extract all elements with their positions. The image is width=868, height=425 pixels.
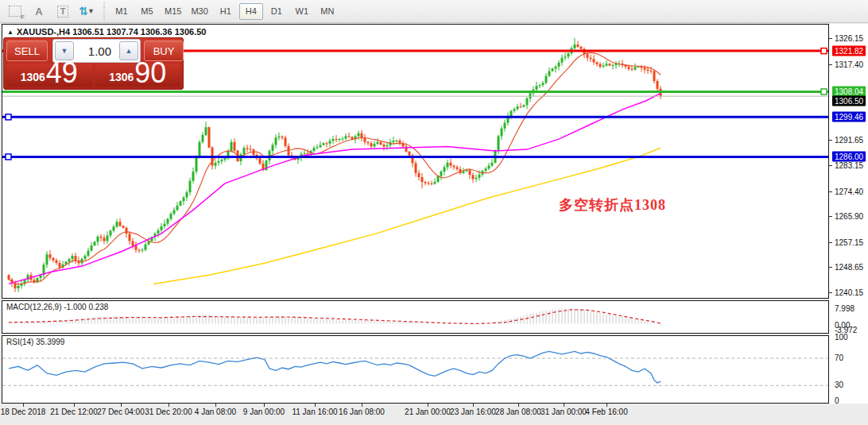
toolbar-separator (102, 2, 106, 20)
timeframe-button-h1[interactable]: H1 (214, 3, 238, 20)
price-tick-mark (829, 267, 832, 268)
timeframe-button-m30[interactable]: M30 (187, 3, 211, 20)
time-tick-mark (473, 404, 474, 407)
chevron-down-icon: ▼ (87, 7, 95, 15)
price-tick-label: 1240.15 (835, 288, 863, 297)
buy-price-big: 90 (134, 61, 166, 85)
price-tick-label: 1257.15 (835, 238, 863, 246)
price-tick-mark (829, 165, 832, 166)
chart-annotation-text: 多空转折点1308 (559, 195, 666, 214)
indicator-axis-label: 0 (835, 396, 839, 405)
buy-price-small: 1306 (109, 71, 134, 83)
time-tick-mark (564, 404, 564, 407)
price-tick-mark (829, 191, 832, 192)
price-level-badge: 1321.82 (832, 46, 866, 56)
macd-pane[interactable]: MACD(12,26,9) -1.000 0.238 (2, 300, 829, 334)
timeframe-button-d1[interactable]: D1 (265, 3, 289, 20)
timeframe-button-mn[interactable]: MN (316, 3, 339, 20)
top-toolbar: A T ⇅▼ M1M5M15M30H1H4D1W1MN (0, 0, 868, 23)
price-tick-label: 1317.40 (835, 60, 863, 68)
timeframe-buttons: M1M5M15M30H1H4D1W1MN (109, 3, 340, 20)
price-tick-mark (829, 38, 832, 39)
price-tick-mark (829, 140, 832, 141)
time-tick-label: 9 Jan 00:00 (243, 408, 285, 416)
macd-label: MACD(12,26,9) -1.000 0.238 (6, 303, 108, 311)
time-tick-mark (121, 404, 122, 407)
time-tick-label: 16 Jan 08:00 (339, 408, 385, 416)
time-tick-mark (315, 404, 316, 407)
time-tick-label: 23 Jan 16:00 (450, 408, 496, 416)
collapse-triangle-icon[interactable]: ▲ (7, 29, 14, 36)
price-tick-label: 1283.15 (835, 161, 863, 170)
chart-window: ▲XAUUSD-,H4 1306.51 1307.74 1306.36 1306… (2, 24, 829, 404)
price-tick-label: 1326.15 (835, 34, 863, 43)
price-level-badge: 1299.46 (832, 112, 866, 122)
price-tick-label: 1265.90 (835, 212, 863, 221)
time-tick-mark (169, 404, 169, 407)
time-tick-mark (264, 404, 265, 407)
price-tick-label: 1248.65 (835, 263, 863, 272)
current-price-badge: 1306.50 (832, 96, 866, 106)
indicator-axis-label: 30 (835, 381, 843, 389)
text-label-icon[interactable]: A (29, 2, 49, 20)
sell-price-display[interactable]: 1306 49 (6, 64, 92, 87)
price-tick-mark (829, 64, 832, 65)
price-tick-mark (829, 216, 832, 217)
cycle-arrows-icon[interactable]: ⇅▼ (76, 2, 97, 20)
chart-title: ▲XAUUSD-,H4 1306.51 1307.74 1306.36 1306… (7, 27, 206, 37)
rsi-pane[interactable]: RSI(14) 35.3999 (2, 335, 829, 404)
sell-button[interactable]: SELL (6, 41, 48, 61)
one-click-trading-panel: SELL ▼ ▲ BUY 1306 49 1306 90 (3, 37, 184, 90)
time-tick-mark (74, 404, 75, 407)
price-tick-mark (829, 292, 832, 293)
indicator-axis-label: 70 (835, 354, 843, 362)
symbol-ohlc-text: XAUUSD-,H4 1306.51 1307.74 1306.36 1306.… (17, 27, 207, 37)
buy-price-display[interactable]: 1306 90 (95, 64, 181, 87)
time-tick-mark (518, 404, 519, 407)
time-tick-label: 27 Dec 04:00 (97, 408, 145, 416)
main-chart-pane[interactable]: ▲XAUUSD-,H4 1306.51 1307.74 1306.36 1306… (2, 24, 829, 299)
timeframe-button-m15[interactable]: M15 (161, 3, 185, 20)
text-box-icon[interactable]: T (52, 2, 73, 20)
grid-properties-icon[interactable] (5, 2, 25, 20)
time-tick-label: 21 Jan 00:00 (405, 408, 451, 416)
time-tick-mark (362, 404, 362, 407)
price-level-badge: 1286.00 (832, 152, 866, 162)
time-tick-label: 11 Jan 16:00 (292, 408, 337, 416)
time-tick-label: 4 Jan 08:00 (195, 408, 236, 416)
price-tick-mark (829, 242, 832, 243)
rsi-label: RSI(14) 35.3999 (6, 338, 64, 346)
indicator-axis-label: 100 (835, 333, 848, 342)
time-tick-label: 31 Jan 00:00 (541, 408, 587, 416)
price-tick-label: 1274.40 (835, 187, 863, 195)
timeframe-button-m5[interactable]: M5 (135, 3, 159, 20)
time-tick-label: 4 Feb 16:00 (585, 408, 627, 416)
time-tick-label: 31 Dec 20:00 (145, 408, 192, 416)
price-tick-label: 1291.65 (835, 136, 863, 145)
price-axis[interactable]: 1326.151317.401291.651283.151274.401265.… (829, 24, 868, 404)
time-tick-mark (215, 404, 216, 407)
time-tick-mark (428, 404, 428, 407)
indicator-axis-label: 7.998 (835, 304, 854, 313)
volume-input[interactable] (76, 44, 118, 59)
time-tick-mark (606, 404, 607, 407)
time-tick-mark (23, 404, 24, 407)
time-tick-label: 28 Jan 08:00 (495, 408, 541, 416)
timeframe-button-w1[interactable]: W1 (290, 3, 314, 20)
timeframe-button-h4[interactable]: H4 (239, 3, 263, 20)
sell-price-small: 1306 (21, 71, 45, 83)
time-tick-label: 18 Dec 2018 (1, 408, 46, 416)
time-axis[interactable]: 18 Dec 201821 Dec 12:0027 Dec 04:0031 De… (2, 404, 829, 422)
timeframe-button-m1[interactable]: M1 (110, 3, 134, 20)
sell-price-big: 49 (46, 61, 78, 85)
mt4-terminal: { "toolbar": { "icons": [ {"name": "grid… (0, 0, 868, 425)
time-tick-label: 21 Dec 12:00 (50, 408, 98, 416)
